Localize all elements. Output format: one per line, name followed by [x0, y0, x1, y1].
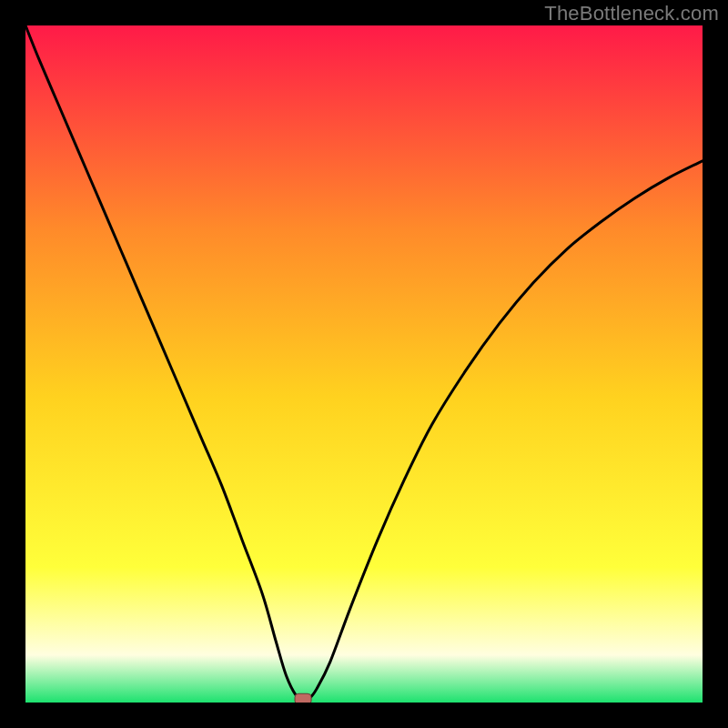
plot-area [25, 25, 703, 703]
chart-svg [25, 25, 703, 703]
chart-frame: TheBottleneck.com [0, 0, 728, 728]
watermark-text: TheBottleneck.com [544, 2, 719, 25]
optimal-point-marker [295, 693, 311, 703]
gradient-background [25, 25, 703, 703]
